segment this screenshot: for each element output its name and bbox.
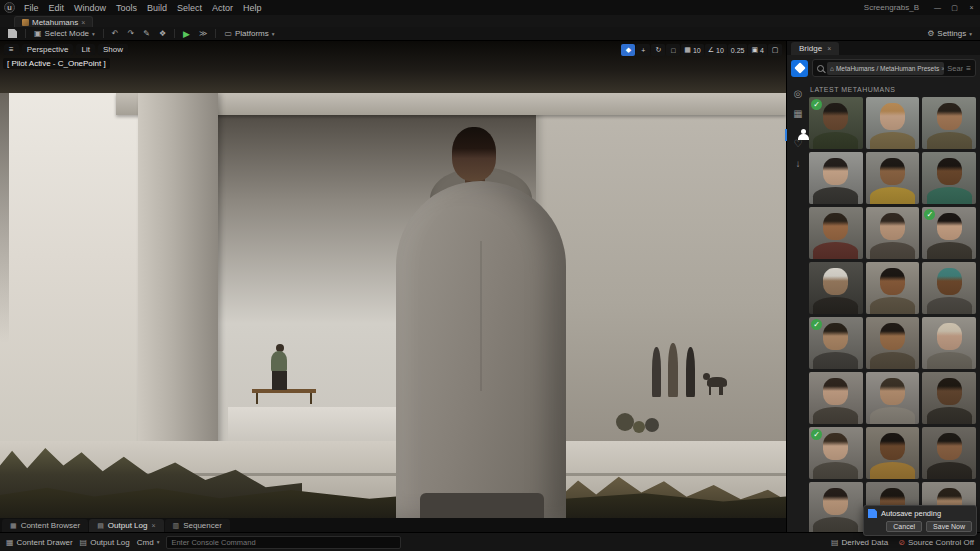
metahuman-thumbnail[interactable] <box>922 262 976 314</box>
camera-speed-button[interactable]: ▣4 <box>748 44 767 56</box>
metahuman-thumbnail[interactable] <box>922 427 976 479</box>
metahuman-grid: ✓✓✓✓ <box>809 97 976 532</box>
metahuman-thumbnail[interactable] <box>809 482 863 532</box>
metahuman-thumbnail[interactable] <box>809 207 863 259</box>
bridge-logo-glyph <box>794 62 805 73</box>
play-icon: ▶ <box>183 29 190 39</box>
play-button[interactable]: ▶ <box>179 28 194 40</box>
metahuman-thumbnail[interactable] <box>866 427 920 479</box>
menu-item-select[interactable]: Select <box>172 3 207 13</box>
menu-item-help[interactable]: Help <box>238 3 267 13</box>
bottom-dock-tabs: ▦ Content Browser ▤ Output Log × ▥ Seque… <box>0 518 786 532</box>
shapes-tool-button[interactable]: ❖ <box>155 28 170 40</box>
content-drawer-button[interactable]: ▦ Content Drawer <box>6 538 73 547</box>
menu-item-window[interactable]: Window <box>69 3 111 13</box>
lit-dropdown[interactable]: Lit <box>76 44 94 55</box>
scale-snap-button[interactable]: 0.25 <box>728 44 748 56</box>
level-icon <box>22 19 29 26</box>
menu-item-tools[interactable]: Tools <box>111 3 142 13</box>
metahuman-thumbnail[interactable] <box>809 262 863 314</box>
metahuman-thumbnail[interactable] <box>866 262 920 314</box>
bridge-logo-icon[interactable] <box>791 60 808 77</box>
camera-icon: ▣ <box>751 46 758 54</box>
metahuman-thumbnail[interactable] <box>809 372 863 424</box>
tab-output-log[interactable]: ▤ Output Log × <box>89 519 163 532</box>
favorites-nav-icon[interactable]: ♡ <box>792 139 804 149</box>
brush-tool-button[interactable]: ✎ <box>139 28 154 40</box>
unreal-logo-icon[interactable]: u <box>4 2 15 13</box>
output-log-button[interactable]: ▤ Output Log <box>80 538 130 547</box>
derived-data-button[interactable]: ▤ Derived Data <box>831 538 888 547</box>
select-tool-button[interactable]: ◆ <box>621 44 635 56</box>
tab-content-browser[interactable]: ▦ Content Browser <box>2 519 88 532</box>
brush-icon: ✎ <box>143 29 150 39</box>
chevron-down-icon: ▾ <box>92 31 95 37</box>
metahuman-thumbnail[interactable] <box>922 317 976 369</box>
metahuman-thumbnail[interactable] <box>922 372 976 424</box>
tab-close-icon[interactable]: × <box>81 19 85 26</box>
scene-distant-figure <box>686 347 695 397</box>
maximize-viewport-button[interactable]: ▢ <box>768 44 782 56</box>
search-input[interactable] <box>947 64 963 73</box>
metahuman-thumbnail[interactable]: ✓ <box>922 207 976 259</box>
filter-icon[interactable]: ≡ <box>966 64 971 73</box>
metahuman-thumbnail[interactable]: ✓ <box>809 427 863 479</box>
close-icon[interactable]: × <box>963 4 980 11</box>
console-command-input[interactable] <box>166 536 401 549</box>
menu-item-edit[interactable]: Edit <box>44 3 70 13</box>
menu-item-build[interactable]: Build <box>142 3 172 13</box>
browse-nav-icon[interactable]: ▦ <box>792 109 804 119</box>
level-viewport[interactable]: ≡ Perspective Lit Show [ Pilot Active - … <box>0 41 786 518</box>
rotate-tool-button[interactable]: ↻ <box>651 44 665 56</box>
metahuman-thumbnail[interactable] <box>866 317 920 369</box>
mode-cube-icon: ▣ <box>34 29 42 39</box>
show-dropdown[interactable]: Show <box>98 44 128 55</box>
maximize-icon[interactable]: ▢ <box>946 4 963 12</box>
viewport-options-button[interactable]: ≡ <box>4 44 19 55</box>
select-mode-dropdown[interactable]: ▣ Select Mode ▾ <box>30 28 99 40</box>
settings-dropdown[interactable]: ⚙ Settings ▾ <box>923 28 976 40</box>
selected-check-icon: ✓ <box>811 429 822 440</box>
metahuman-thumbnail[interactable] <box>922 152 976 204</box>
metahuman-thumbnail[interactable] <box>809 152 863 204</box>
menu-item-file[interactable]: File <box>19 3 44 13</box>
rotation-snap-value: 10 <box>716 47 724 54</box>
tab-sequencer[interactable]: ▥ Sequencer <box>165 519 230 532</box>
save-button[interactable] <box>4 28 21 40</box>
move-tool-button[interactable]: + <box>636 44 650 56</box>
metahuman-thumbnail[interactable] <box>866 372 920 424</box>
metahuman-thumbnail[interactable] <box>866 207 920 259</box>
metahuman-thumbnail[interactable] <box>922 97 976 149</box>
downloads-nav-icon[interactable]: ↓ <box>792 159 804 169</box>
menu-item-actor[interactable]: Actor <box>207 3 238 13</box>
autosave-save-now-button[interactable]: Save Now <box>926 521 972 532</box>
bridge-search-box[interactable]: ⌂ MetaHumans / MetaHuman Presets × ≡ <box>812 59 976 77</box>
metahuman-thumbnail[interactable] <box>866 152 920 204</box>
rotation-snap-button[interactable]: ∠10 <box>705 44 727 56</box>
grid-snap-button[interactable]: ▦10 <box>681 44 703 56</box>
breadcrumb-clear-icon[interactable]: × <box>941 65 944 72</box>
skip-button[interactable]: ≫ <box>195 28 211 40</box>
breadcrumb-chip[interactable]: ⌂ MetaHumans / MetaHuman Presets × <box>827 62 944 75</box>
redo-button[interactable]: ↷ <box>124 28 139 40</box>
metahuman-thumbnail[interactable]: ✓ <box>809 97 863 149</box>
character-head <box>452 127 496 181</box>
autosave-cancel-button[interactable]: Cancel <box>886 521 922 532</box>
undo-button[interactable]: ↶ <box>108 28 123 40</box>
tab-metahumans[interactable]: Metahumans × <box>14 16 93 27</box>
bridge-close-icon[interactable]: × <box>827 45 831 52</box>
output-log-close-icon[interactable]: × <box>151 522 155 529</box>
cmd-dropdown[interactable]: Cmd ▾ <box>137 538 160 547</box>
shapes-icon: ❖ <box>159 29 166 39</box>
platforms-dropdown[interactable]: ▭ Platforms ▾ <box>220 28 278 40</box>
source-control-button[interactable]: ⊘ Source Control Off <box>898 538 974 547</box>
tab-bridge[interactable]: Bridge × <box>791 42 839 55</box>
metahuman-thumbnail[interactable] <box>866 97 920 149</box>
perspective-dropdown[interactable]: Perspective <box>22 44 74 55</box>
scale-snap-value: 0.25 <box>731 47 745 54</box>
scale-tool-button[interactable]: □ <box>666 44 680 56</box>
minimize-icon[interactable]: — <box>929 4 946 11</box>
derived-data-label: Derived Data <box>842 538 889 547</box>
home-nav-icon[interactable]: ◎ <box>792 89 804 99</box>
metahuman-thumbnail[interactable]: ✓ <box>809 317 863 369</box>
